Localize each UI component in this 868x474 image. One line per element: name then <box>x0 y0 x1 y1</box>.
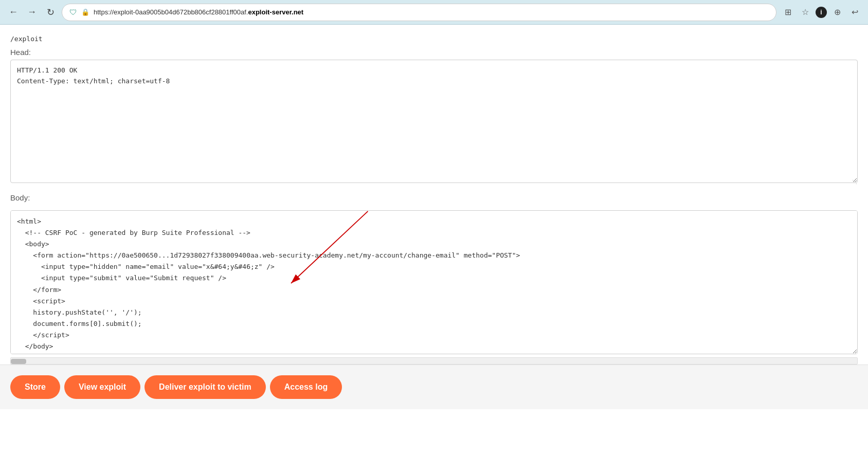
body-section-wrapper: <html> <!-- CSRF PoC - generated by Burp… <box>10 210 858 356</box>
store-button[interactable]: Store <box>10 375 60 399</box>
head-label: Head: <box>10 48 858 57</box>
extensions-icon[interactable]: ⊕ <box>830 5 844 20</box>
info-icon[interactable]: i <box>816 7 827 18</box>
head-textarea[interactable]: HTTP/1.1 200 OK Content-Type: text/html;… <box>10 60 858 183</box>
head-section: Head: HTTP/1.1 200 OK Content-Type: text… <box>0 48 868 185</box>
body-section-label-wrapper: Body: <box>0 193 868 202</box>
view-exploit-button[interactable]: View exploit <box>64 375 140 399</box>
url-display: https://exploit-0aa9005b04d672bb806cf288… <box>94 8 303 16</box>
buttons-row: Store View exploit Deliver exploit to vi… <box>0 364 868 409</box>
body-label: Body: <box>10 193 858 202</box>
access-log-button[interactable]: Access log <box>270 375 342 399</box>
head-textarea-wrapper: HTTP/1.1 200 OK Content-Type: text/html;… <box>10 60 858 185</box>
back-button[interactable]: ← <box>6 5 21 20</box>
body-scrollbar-area <box>0 357 868 364</box>
forward-button[interactable]: → <box>25 5 39 20</box>
browser-actions: ⊞ ☆ i ⊕ ↩ <box>781 5 862 20</box>
shield-icon: 🛡 <box>69 8 77 16</box>
head-resize-handle: ⋱ <box>851 178 858 185</box>
exploit-path: /exploit <box>0 35 868 43</box>
deliver-exploit-button[interactable]: Deliver exploit to victim <box>144 375 266 399</box>
qr-icon[interactable]: ⊞ <box>781 5 795 20</box>
reload-button[interactable]: ↻ <box>43 5 58 20</box>
lock-icon: 🔒 <box>81 8 89 16</box>
browser-chrome: ← → ↻ 🛡 🔒 https://exploit-0aa9005b04d672… <box>0 0 868 25</box>
address-bar[interactable]: 🛡 🔒 https://exploit-0aa9005b04d672bb806c… <box>62 4 776 21</box>
star-icon[interactable]: ☆ <box>798 5 812 20</box>
body-textarea[interactable]: <html> <!-- CSRF PoC - generated by Burp… <box>10 210 858 354</box>
page-content: /exploit Head: HTTP/1.1 200 OK Content-T… <box>0 25 868 474</box>
account-icon[interactable]: ↩ <box>847 5 862 20</box>
